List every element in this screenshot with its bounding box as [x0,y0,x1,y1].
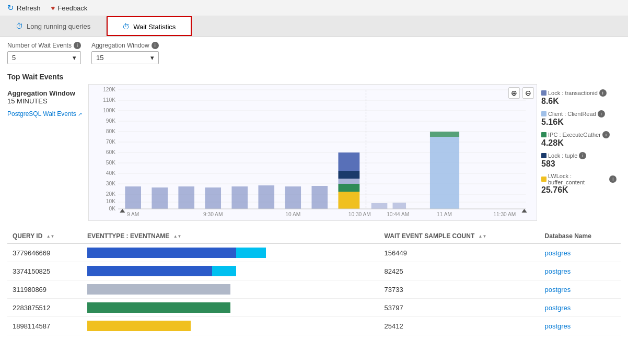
wait-events-select[interactable]: 5 ▾ [7,51,81,64]
svg-text:80K: 80K [106,128,115,134]
svg-rect-29 [205,187,221,209]
sort-eventtype-icon[interactable]: ▲▼ [173,234,182,239]
aggregation-info-icon[interactable]: i [152,42,159,49]
legend-item-lock-txid: Lock : transactionid i 8.6K [541,89,617,106]
svg-rect-38 [338,152,359,171]
table-row: 3779646669156449postgres [7,243,621,262]
legend-dot-lock-tuple [541,153,546,158]
chart-area: Aggregation Window 15 MINUTES PostgreSQL… [7,84,621,221]
tab-clock-icon: ⏱ [16,22,23,30]
legend-value-client-read: 5.16K [541,118,617,127]
data-table: QUERY ID ▲▼ EVENTTYPE : EVENTNAME ▲▼ WAI… [7,229,621,335]
svg-text:10K: 10K [106,198,115,204]
table-section: QUERY ID ▲▼ EVENTTYPE : EVENTNAME ▲▼ WAI… [7,229,621,335]
svg-text:10 AM: 10 AM [285,212,300,217]
svg-marker-53 [521,209,527,213]
legend-info-lwlock-buffer[interactable]: i [609,175,617,183]
toolbar: ↻ Refresh ♥ Feedback [0,0,628,16]
svg-text:110K: 110K [103,97,115,103]
zoom-out-button[interactable]: ⊖ [522,87,534,99]
heart-icon: ♥ [51,4,55,12]
svg-text:40K: 40K [106,170,115,176]
svg-rect-27 [152,187,168,209]
svg-rect-31 [258,185,274,209]
tab-wait-icon: ⏱ [122,22,130,31]
tab-wait-statistics[interactable]: ⏱ Wait Statistics [107,16,192,36]
svg-text:0K: 0K [109,206,116,212]
svg-rect-37 [338,171,359,179]
table-row: 31198086973733postgres [7,280,621,299]
tab-wait-label: Wait Statistics [133,23,176,31]
external-link-icon: ↗ [78,111,82,117]
legend-value-lock-tuple: 583 [541,159,617,169]
legend-info-client-read[interactable]: i [598,110,605,118]
svg-rect-39 [371,203,388,209]
svg-rect-26 [125,186,141,209]
sort-query-id-icon[interactable]: ▲▼ [46,234,55,239]
svg-text:90K: 90K [106,118,115,124]
cell-eventtype-bar [82,280,379,299]
postgresql-wait-events-link[interactable]: PostgreSQL Wait Events ↗ [7,110,88,118]
feedback-label: Feedback [57,4,87,12]
sort-sample-count-icon[interactable]: ▲▼ [479,234,487,239]
cell-eventtype-bar [82,317,379,335]
svg-text:120K: 120K [103,87,115,92]
col-query-id: QUERY ID ▲▼ [7,229,82,243]
wait-events-info-icon[interactable]: i [74,42,81,49]
legend-item-client-read: Client : ClientRead i 5.16K [541,110,617,127]
cell-db-name: postgres [539,243,621,262]
cell-sample-count: 73733 [379,280,540,299]
svg-text:11 AM: 11 AM [437,212,452,217]
table-row: 337415082582425postgres [7,262,621,280]
tab-long-running[interactable]: ⏱ Long running queries [0,17,107,36]
chart-legend: Lock : transactionid i 8.6K Client : Cli… [537,84,621,221]
cell-db-name: postgres [539,299,621,317]
chart-zoom-controls: ⊕ ⊖ [508,87,534,99]
wait-events-label: Number of Wait Events i [7,42,81,49]
cell-query-id: 3374150825 [7,262,82,280]
cell-db-name: postgres [539,280,621,299]
refresh-button[interactable]: ↻ Refresh [7,3,41,13]
db-name-link[interactable]: postgres [544,286,571,293]
refresh-label: Refresh [17,4,41,12]
db-name-link[interactable]: postgres [544,304,571,312]
svg-text:11:30 AM: 11:30 AM [493,212,516,217]
svg-rect-41 [430,137,459,209]
tab-bar: ⏱ Long running queries ⏱ Wait Statistics [0,16,628,37]
cell-sample-count: 156449 [379,243,540,262]
feedback-button[interactable]: ♥ Feedback [51,4,88,12]
legend-info-ipc-execute[interactable]: i [602,131,610,138]
legend-item-ipc-execute: IPC : ExecuteGather i 4.28K [541,131,617,148]
svg-rect-35 [338,184,359,192]
svg-rect-28 [178,186,194,209]
svg-rect-36 [338,179,359,184]
svg-text:10:30 AM: 10:30 AM [348,212,371,217]
cell-sample-count: 82425 [379,262,540,280]
col-sample-count: WAIT EVENT SAMPLE COUNT ▲▼ [379,229,540,243]
db-name-link[interactable]: postgres [544,249,571,257]
legend-info-lock-tuple[interactable]: i [579,152,586,159]
wait-events-control: Number of Wait Events i 5 ▾ [7,42,81,64]
db-name-link[interactable]: postgres [544,267,571,275]
zoom-in-button[interactable]: ⊕ [508,87,520,99]
aggregation-select[interactable]: 15 ▾ [91,51,159,64]
agg-window-value: 15 MINUTES [7,97,88,105]
aggregation-control: Aggregation Window i 15 ▾ [91,42,159,64]
tab-long-running-label: Long running queries [27,22,90,30]
svg-text:70K: 70K [106,139,115,145]
svg-rect-32 [285,186,301,209]
cell-db-name: postgres [539,262,621,280]
main-content: Top Wait Events Aggregation Window 15 MI… [0,67,628,340]
table-row: 189811458725412postgres [7,317,621,335]
cell-eventtype-bar [82,243,379,262]
db-name-link[interactable]: postgres [544,322,571,330]
svg-rect-42 [430,132,459,137]
legend-dot-ipc-execute [541,132,546,137]
cell-eventtype-bar [82,299,379,317]
refresh-icon: ↻ [7,3,14,13]
svg-text:9:30 AM: 9:30 AM [203,212,223,217]
aggregation-chevron-icon: ▾ [150,54,154,62]
legend-info-lock-txid[interactable]: i [599,89,607,97]
table-row: 228387551253797postgres [7,299,621,317]
legend-dot-lock-txid [541,90,546,96]
